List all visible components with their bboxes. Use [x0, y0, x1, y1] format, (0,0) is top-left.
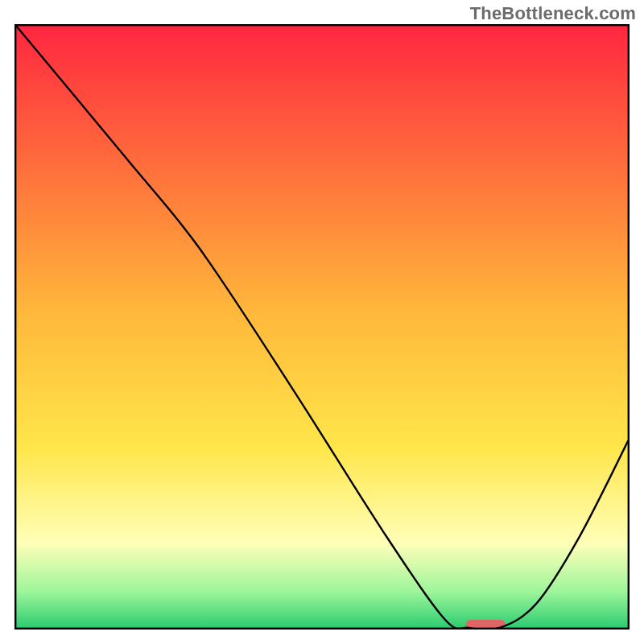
chart-stage: TheBottleneck.com	[0, 0, 644, 644]
watermark-text: TheBottleneck.com	[470, 3, 636, 24]
gradient-background	[16, 26, 628, 628]
plot-area	[14, 24, 630, 630]
plot-svg	[14, 24, 630, 630]
